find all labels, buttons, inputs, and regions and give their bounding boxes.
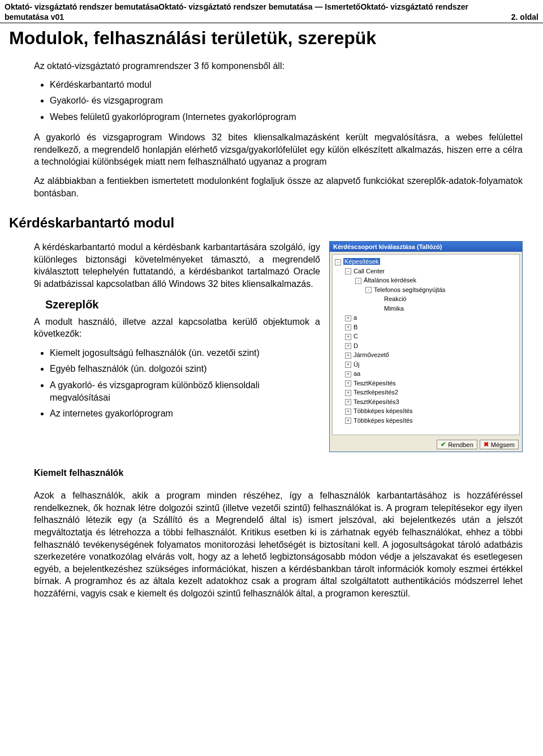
subheading-kiemelt: Kiemelt felhasználók <box>34 468 534 478</box>
tree-node[interactable]: +B <box>345 323 518 332</box>
intro-bullet-list: Kérdéskarbantartó modul Gyakorló- és viz… <box>34 79 523 123</box>
szereplok-lead: A modult használó, illetve azzal kapcsol… <box>34 316 320 340</box>
expand-icon[interactable]: + <box>345 409 351 415</box>
expand-icon[interactable]: + <box>345 343 351 349</box>
cancel-button[interactable]: ✖Mégsem <box>480 440 519 449</box>
expand-icon[interactable]: + <box>345 380 351 386</box>
expand-icon[interactable]: + <box>345 315 351 321</box>
tree-node[interactable]: -Call Center -Általános kérdések -Telefo… <box>345 267 518 313</box>
collapse-icon[interactable]: - <box>365 287 372 293</box>
tree-node[interactable]: +Többképes képesítés <box>345 416 518 426</box>
tree-node[interactable]: -Általános kérdések -Telefonos segítségn… <box>355 276 518 313</box>
list-item: Egyéb felhasználók (ún. dolgozói szint) <box>50 363 320 375</box>
list-item: A gyakorló- és vizsgaprogram különböző k… <box>50 379 320 405</box>
expand-icon[interactable]: + <box>345 371 351 377</box>
tree-node[interactable]: -Telefonos segítségnyújtás Reakció Mimik… <box>365 285 518 313</box>
dialog-screenshot: Kérdéscsoport kiválasztása (Tallózó) -Ké… <box>329 241 523 452</box>
tree-node[interactable]: +C <box>345 332 518 341</box>
dialog-title: Kérdéscsoport kiválasztása (Tallózó) <box>330 242 522 252</box>
szereplok-list: Kiemelt jogosultságú felhasználók (ún. v… <box>34 347 320 420</box>
list-item: Kérdéskarbantartó modul <box>50 79 523 91</box>
tree-node[interactable]: +Új <box>345 360 518 370</box>
collapse-icon[interactable]: - <box>345 268 351 274</box>
expand-icon[interactable]: + <box>345 324 351 330</box>
page-header-left: bemutatása v01 <box>5 12 64 22</box>
tree-node[interactable]: +a <box>345 313 518 323</box>
expand-icon[interactable]: + <box>345 362 351 368</box>
list-item: Kiemelt jogosultságú felhasználók (ún. v… <box>50 347 320 359</box>
expand-icon[interactable]: + <box>345 353 351 359</box>
ok-button[interactable]: ✔Rendben <box>437 440 477 449</box>
tree-node[interactable]: +Többképes képesítés <box>345 406 518 416</box>
tree-node[interactable]: +aa <box>345 369 518 379</box>
list-item: Gyakorló- és vizsgaprogram <box>50 94 523 107</box>
check-icon: ✔ <box>441 441 446 448</box>
close-icon: ✖ <box>484 441 489 448</box>
tree-view[interactable]: -Képesítések -Call Center -Általános kér… <box>332 254 520 435</box>
tree-leaf[interactable]: Reakció <box>376 294 518 304</box>
intro-para-1: A gyakorló és vizsgaprogram Windows 32 b… <box>34 131 523 168</box>
module-description: A kérdéskarbantartó modul a kérdésbank k… <box>34 241 320 290</box>
tree-root-node[interactable]: -Képesítések -Call Center -Általános kér… <box>335 257 518 425</box>
list-item: Webes felületű gyakorlóprogram (Internet… <box>50 111 523 123</box>
expand-icon[interactable]: + <box>345 334 351 340</box>
expand-icon[interactable]: + <box>345 399 351 405</box>
tree-node[interactable]: +TesztKépesítés3 <box>345 397 518 407</box>
tree-node[interactable]: +TesztKépesítés <box>345 379 518 388</box>
kiemelt-paragraph: Azok a felhasználók, akik a program mind… <box>34 489 523 599</box>
tree-node[interactable]: +Tesztképesítés2 <box>345 388 518 397</box>
intro-lead: Az oktató-vizsgáztató programrendszer 3 … <box>34 60 523 72</box>
tree-node[interactable]: +D <box>345 341 518 351</box>
list-item: Az internetes gyakorlóprogram <box>50 407 320 420</box>
tree-leaf[interactable]: Mimika <box>376 304 518 313</box>
expand-icon[interactable]: + <box>345 390 351 396</box>
collapse-icon[interactable]: - <box>355 278 361 284</box>
intro-para-2: Az alábbiakban a fentiekben ismertetett … <box>34 175 523 199</box>
page-title: Modulok, felhasználási területük, szerep… <box>9 28 534 49</box>
page-header-right: 2. oldal <box>511 12 538 22</box>
collapse-icon[interactable]: - <box>335 259 341 265</box>
section-heading-module: Kérdéskarbantartó modul <box>9 215 534 231</box>
subheading-szereplok: Szereplők <box>45 298 320 311</box>
expand-icon[interactable]: + <box>345 418 351 424</box>
tree-node[interactable]: +Járművezető <box>345 350 518 360</box>
page-header-line1: Oktató- vizsgáztató rendszer bemutatásaO… <box>0 0 543 12</box>
